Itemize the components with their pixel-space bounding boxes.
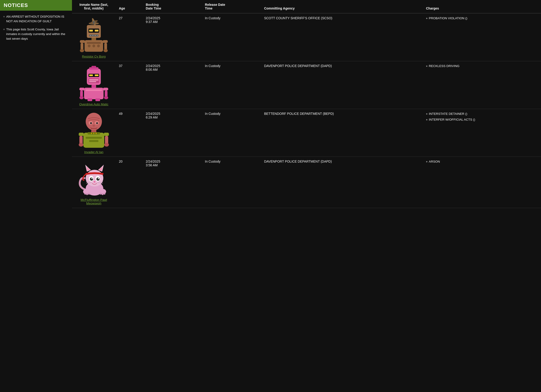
- svg-point-25: [104, 49, 108, 52]
- sidebar: NOTICES ■ AN ARREST WITHOUT DISPOSITION …: [0, 0, 72, 392]
- svg-rect-11: [92, 35, 94, 36]
- svg-rect-39: [95, 98, 100, 101]
- col-header-release: Release DateTime: [202, 0, 261, 13]
- svg-point-46: [86, 113, 102, 130]
- svg-rect-28: [92, 66, 96, 68]
- svg-point-50: [96, 122, 98, 124]
- svg-rect-43: [105, 91, 108, 97]
- svg-rect-20: [80, 40, 85, 43]
- svg-rect-7: [89, 30, 93, 31]
- notice-text-1: AN ARREST WITHOUT DISPOSITION IS NOT AN …: [6, 14, 69, 24]
- svg-point-82: [94, 181, 95, 183]
- avatar-overdrive: [75, 64, 112, 101]
- svg-rect-31: [95, 74, 99, 76]
- avatar-svg-4: [76, 160, 111, 197]
- svg-rect-41: [103, 88, 108, 91]
- svg-point-81: [98, 178, 99, 179]
- svg-point-92: [100, 193, 102, 195]
- svg-rect-64: [79, 136, 83, 144]
- inmates-table: Inmate Name (last,first, middle) Age Boo…: [72, 0, 541, 208]
- sidebar-title: NOTICES: [0, 0, 72, 11]
- svg-point-79: [96, 178, 100, 181]
- svg-rect-21: [103, 40, 108, 43]
- svg-point-44: [79, 96, 83, 99]
- svg-rect-12: [94, 35, 96, 36]
- svg-rect-33: [89, 79, 99, 81]
- release-cell-2: In Custody: [202, 61, 261, 109]
- avatar-svg-3: [76, 112, 111, 149]
- svg-point-17: [88, 45, 91, 47]
- svg-point-66: [79, 143, 83, 147]
- booking-cell-4: 2/24/20253:56 AM: [143, 157, 202, 208]
- svg-point-49: [90, 122, 92, 124]
- svg-point-93: [102, 193, 104, 195]
- avatar-resistor: [75, 16, 112, 53]
- inmate-cell-1: Resistor Cy Borg: [72, 13, 116, 61]
- svg-point-90: [86, 193, 88, 195]
- svg-rect-63: [104, 133, 109, 136]
- header-row: Inmate Name (last,first, middle) Age Boo…: [72, 0, 541, 13]
- svg-rect-22: [81, 43, 83, 50]
- charges-cell-2: ■ RECKLESS DRIVING: [423, 61, 541, 109]
- svg-rect-40: [79, 88, 84, 91]
- agency-cell-1: SCOTT COUNTY SHERIFF'S OFFICE (SCSO): [261, 13, 423, 61]
- charge-bullet-icon: ■: [426, 17, 427, 20]
- svg-rect-52: [91, 128, 97, 129]
- notice-item-1: ■ AN ARREST WITHOUT DISPOSITION IS NOT A…: [3, 14, 69, 24]
- age-cell-3: 49: [116, 109, 143, 157]
- svg-point-94: [104, 193, 105, 195]
- svg-point-45: [104, 96, 108, 99]
- avatar-svg-1: [76, 17, 111, 53]
- svg-rect-16: [87, 42, 101, 44]
- inmate-link-2[interactable]: Overdrive Auto Matic: [75, 102, 112, 106]
- table-body: Resistor Cy Borg 27 2/24/20259:37 AM In …: [72, 13, 541, 208]
- charges-cell-4: ■ ARSON: [423, 157, 541, 208]
- inmate-link-4[interactable]: McFluffington Pawl Meowseph: [75, 198, 112, 205]
- inmate-cell-3: Invader Al Ian: [72, 109, 116, 157]
- charge-bullet-icon: ■: [426, 112, 427, 116]
- inmate-link-1[interactable]: Resistor Cy Borg: [75, 55, 112, 58]
- col-header-booking: BookingDate Time: [143, 0, 202, 13]
- svg-point-67: [104, 143, 109, 147]
- charge-bullet-icon: ■: [426, 65, 427, 68]
- age-cell-2: 37: [116, 61, 143, 109]
- inmate-cell-4: McFluffington Pawl Meowseph: [72, 157, 116, 208]
- svg-point-59: [95, 133, 97, 134]
- release-cell-3: In Custody: [202, 109, 261, 157]
- avatar-invader: [75, 112, 112, 149]
- notice-item-2: ■ This page lists Scott County, Iowa Jai…: [3, 27, 69, 41]
- svg-rect-42: [80, 91, 83, 97]
- age-cell-4: 20: [116, 157, 143, 208]
- agency-cell-3: BETTENDORF POLICE DEPARTMENT (BEPD): [261, 109, 423, 157]
- charge-text: INTERFER W/OFFICIAL ACTS (): [429, 118, 475, 122]
- svg-rect-14: [92, 38, 96, 40]
- sidebar-notices: ■ AN ARREST WITHOUT DISPOSITION IS NOT A…: [0, 11, 72, 48]
- svg-point-51: [93, 125, 95, 127]
- svg-rect-62: [79, 133, 84, 136]
- svg-rect-60: [86, 137, 102, 139]
- svg-point-24: [80, 49, 84, 52]
- agency-cell-2: DAVENPORT POLICE DEPARTMENT (DAPD): [261, 61, 423, 109]
- svg-rect-34: [89, 81, 96, 82]
- inmate-link-3[interactable]: Invader Al Ian: [75, 150, 112, 154]
- svg-point-58: [93, 133, 94, 134]
- svg-point-89: [84, 193, 86, 195]
- svg-rect-37: [86, 90, 102, 91]
- charge-item: ■ ARSON: [426, 160, 538, 164]
- col-header-name: Inmate Name (last,first, middle): [72, 0, 116, 13]
- table-row: McFluffington Pawl Meowseph 20 2/24/2025…: [72, 157, 541, 208]
- charge-bullet-icon: ■: [426, 118, 427, 121]
- col-header-agency: Committing Agency: [261, 0, 423, 13]
- charge-text: PROBATION VIOLATION (): [429, 16, 467, 21]
- bullet-icon-2: ■: [3, 27, 5, 31]
- svg-rect-32: [88, 78, 99, 83]
- inmate-cell-2: Overdrive Auto Matic: [72, 61, 116, 109]
- svg-point-80: [92, 178, 93, 179]
- svg-point-78: [90, 178, 93, 181]
- svg-point-19: [97, 45, 100, 47]
- table-header: Inmate Name (last,first, middle) Age Boo…: [72, 0, 541, 13]
- charge-item: ■ INTERSTATE DETAINER (): [426, 112, 538, 116]
- bullet-icon: ■: [3, 15, 5, 19]
- booking-cell-1: 2/24/20259:37 AM: [143, 13, 202, 61]
- svg-rect-61: [89, 140, 99, 142]
